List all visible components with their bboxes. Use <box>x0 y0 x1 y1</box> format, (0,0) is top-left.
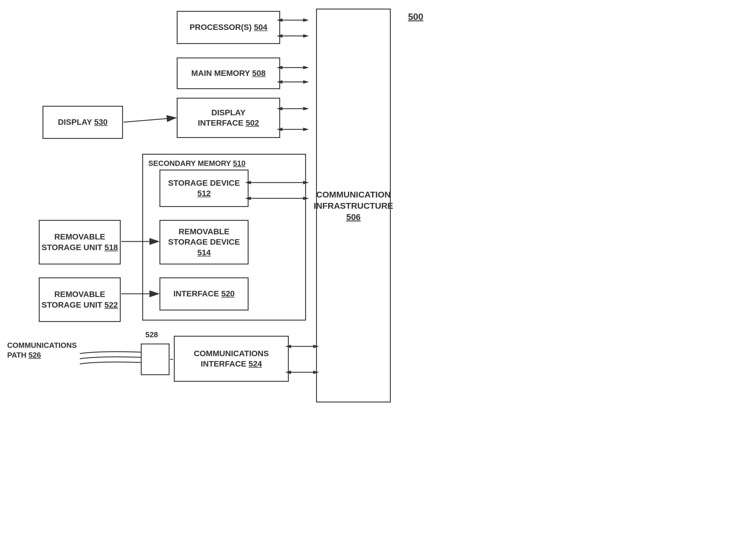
diagram-title: 500 <box>408 11 423 23</box>
processors-box: PROCESSOR(S) 504 <box>177 11 280 44</box>
display-box: DISPLAY 530 <box>43 106 123 139</box>
comms-interface-label: COMMUNICATIONSINTERFACE 524 <box>194 348 269 369</box>
secondary-memory-label: SECONDARY MEMORY 510 <box>148 159 245 168</box>
comm-infrastructure-box: COMMUNICATIONINFRASTRUCTURE506 <box>316 9 391 402</box>
svg-line-27 <box>124 118 175 122</box>
svg-marker-11 <box>303 66 309 69</box>
comm-infra-label: COMMUNICATIONINFRASTRUCTURE506 <box>314 189 393 223</box>
svg-marker-14 <box>303 80 309 84</box>
svg-marker-17 <box>303 107 309 110</box>
display-interface-box: DISPLAYINTERFACE 502 <box>177 98 280 138</box>
comms-interface-box: COMMUNICATIONSINTERFACE 524 <box>174 336 289 382</box>
comms-path-label: COMMUNICATIONSPATH 526 <box>7 341 77 360</box>
removable-storage-device-box: REMOVABLESTORAGE DEVICE514 <box>160 220 249 264</box>
processors-label: PROCESSOR(S) 504 <box>190 22 268 32</box>
removable-unit-522-label: REMOVABLESTORAGE UNIT 522 <box>42 289 118 310</box>
svg-marker-20 <box>303 128 309 131</box>
label-528: 528 <box>145 330 158 340</box>
svg-marker-8 <box>303 34 309 38</box>
interface-520-box: INTERFACE 520 <box>160 277 249 310</box>
removable-unit-518-label: REMOVABLESTORAGE UNIT 518 <box>42 232 118 253</box>
removable-storage-device-label: REMOVABLESTORAGE DEVICE514 <box>168 227 240 258</box>
main-memory-label: MAIN MEMORY 508 <box>191 68 266 78</box>
box-528 <box>141 344 170 375</box>
comm-infra-number: 506 <box>346 212 361 222</box>
removable-unit-518-box: REMOVABLESTORAGE UNIT 518 <box>39 220 121 264</box>
svg-marker-5 <box>303 18 309 22</box>
display-interface-label: DISPLAYINTERFACE 502 <box>198 108 259 129</box>
main-memory-box: MAIN MEMORY 508 <box>177 57 280 89</box>
storage-device-box: STORAGE DEVICE512 <box>160 170 249 207</box>
storage-device-label: STORAGE DEVICE512 <box>168 178 240 199</box>
removable-unit-522-box: REMOVABLESTORAGE UNIT 522 <box>39 277 121 322</box>
diagram: COMMUNICATIONINFRASTRUCTURE506 500 PROCE… <box>0 0 733 560</box>
display-label: DISPLAY 530 <box>58 117 108 127</box>
interface-520-label: INTERFACE 520 <box>173 289 235 299</box>
